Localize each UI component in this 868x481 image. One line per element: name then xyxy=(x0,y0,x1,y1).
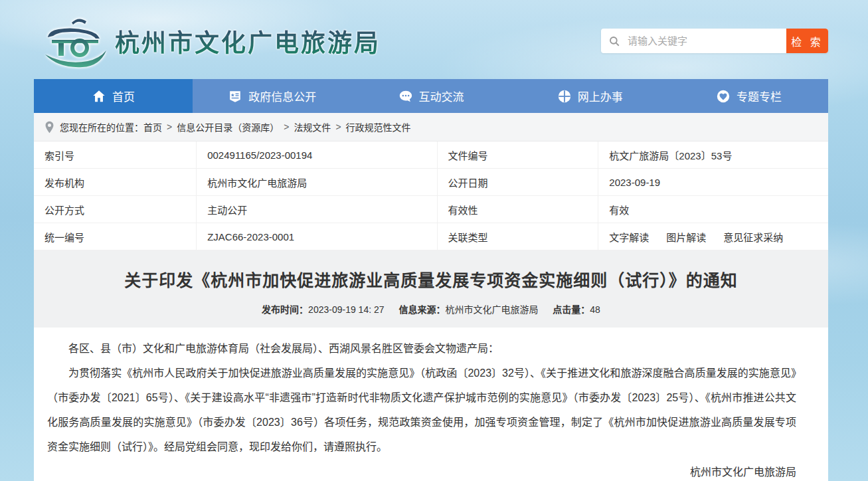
breadcrumb-separator: > xyxy=(167,122,172,132)
info-label-open-mode: 公开方式 xyxy=(34,196,197,223)
info-value-unified-no: ZJAC66-2023-0001 xyxy=(197,223,437,250)
link-text-interpretation[interactable]: 文字解读 xyxy=(609,230,649,244)
site-logo-icon xyxy=(38,15,112,68)
info-value-index-no: 002491165/2023-00194 xyxy=(197,142,437,168)
breadcrumb-prefix: 您现在所在的位置： xyxy=(60,120,143,134)
info-value-doc-no: 杭文广旅游局〔2023〕53号 xyxy=(598,142,828,168)
nav-item-label: 首页 xyxy=(112,88,135,104)
breadcrumb-item-catalog[interactable]: 信息公开目录（资源库） xyxy=(177,120,279,134)
info-label-publisher: 发布机构 xyxy=(34,169,197,195)
location-pin-icon xyxy=(44,121,54,134)
home-icon xyxy=(92,89,106,104)
info-value-publisher: 杭州市文化广电旅游局 xyxy=(197,169,437,195)
online-service-icon xyxy=(557,89,572,104)
signature-org: 杭州市文化广电旅游局 xyxy=(47,460,796,481)
article-paragraph-salutation: 各区、县（市）文化和广电旅游体育局（社会发展局）、西湖风景名胜区管委会文物遗产局… xyxy=(47,336,796,361)
publish-time: 发布时间：2023-09-19 14: 27 xyxy=(262,304,384,315)
table-row: 发布机构 杭州市文化广电旅游局 公开日期 2023-09-19 xyxy=(34,169,828,196)
info-label-validity: 有效性 xyxy=(438,196,599,223)
link-image-interpretation[interactable]: 图片解读 xyxy=(666,230,706,244)
nav-item-label: 政府信息公开 xyxy=(248,88,316,104)
search-box: 检 索 xyxy=(601,29,828,53)
search-button[interactable]: 检 索 xyxy=(786,29,828,53)
search-input[interactable] xyxy=(628,29,786,53)
article-meta: 发布时间：2023-09-19 14: 27 信息来源：杭州市文化广电旅游局 点… xyxy=(60,302,802,316)
brand[interactable]: 杭州市文化广电旅游局 xyxy=(38,15,381,68)
breadcrumb: 您现在所在的位置： 首页 > 信息公开目录（资源库） > 法规文件 > 行政规范… xyxy=(34,113,828,142)
table-row: 统一编号 ZJAC66-2023-0001 关联类型 文字解读 图片解读 意见征… xyxy=(34,223,828,250)
article-body: 各区、县（市）文化和广电旅游体育局（社会发展局）、西湖风景名胜区管委会文物遗产局… xyxy=(34,328,828,481)
info-label-index-no: 索引号 xyxy=(34,142,197,168)
site-title: 杭州市文化广电旅游局 xyxy=(115,23,381,59)
chat-icon xyxy=(398,89,413,104)
breadcrumb-item-regulations[interactable]: 法规文件 xyxy=(294,120,331,134)
search-icon xyxy=(601,29,628,53)
table-row: 索引号 002491165/2023-00194 文件编号 杭文广旅游局〔202… xyxy=(34,142,828,169)
gov-info-icon xyxy=(228,89,242,104)
article-paragraph-main: 为贯彻落实《杭州市人民政府关于加快促进旅游业高质量发展的实施意见》（杭政函〔20… xyxy=(47,361,796,459)
site-header: 杭州市文化广电旅游局 检 索 xyxy=(34,0,828,79)
info-source: 信息来源：杭州市文化广电旅游局 xyxy=(398,304,538,315)
info-label-related-type: 关联类型 xyxy=(438,223,599,250)
info-value-related-type: 文字解读 图片解读 意见征求采纳 xyxy=(598,223,828,250)
breadcrumb-separator: > xyxy=(284,122,289,132)
hit-count: 点击量：48 xyxy=(553,304,600,315)
nav-item-label: 互动交流 xyxy=(419,88,464,104)
page-title: 关于印发《杭州市加快促进旅游业高质量发展专项资金实施细则（试行）》的通知 xyxy=(60,267,802,291)
article-title-block: 关于印发《杭州市加快促进旅游业高质量发展专项资金实施细则（试行）》的通知 发布时… xyxy=(34,250,828,328)
nav-item-label: 网上办事 xyxy=(578,88,623,104)
info-label-doc-no: 文件编号 xyxy=(438,142,599,168)
nav-item-special-topics[interactable]: 专题专栏 xyxy=(669,79,828,113)
main-nav: 首页 政府信息公开 互动交流 xyxy=(34,79,828,113)
table-row: 公开方式 主动公开 有效性 有效 xyxy=(34,196,828,223)
info-value-open-mode: 主动公开 xyxy=(197,196,437,223)
doc-info-table: 索引号 002491165/2023-00194 文件编号 杭文广旅游局〔202… xyxy=(34,142,828,250)
nav-item-gov-info[interactable]: 政府信息公开 xyxy=(193,79,351,113)
special-topics-icon xyxy=(716,89,731,104)
link-opinion-adoption[interactable]: 意见征求采纳 xyxy=(723,230,783,244)
info-value-validity: 有效 xyxy=(598,196,828,223)
info-value-publish-date: 2023-09-19 xyxy=(598,169,828,195)
info-label-unified-no: 统一编号 xyxy=(34,223,197,250)
nav-item-online-service[interactable]: 网上办事 xyxy=(511,79,669,113)
breadcrumb-separator: > xyxy=(335,122,341,132)
nav-item-interaction[interactable]: 互动交流 xyxy=(351,79,510,113)
info-label-publish-date: 公开日期 xyxy=(438,169,599,195)
breadcrumb-item-normative-docs[interactable]: 行政规范性文件 xyxy=(346,120,411,134)
nav-item-home[interactable]: 首页 xyxy=(34,79,193,113)
nav-item-label: 专题专栏 xyxy=(737,88,782,104)
page-container: 杭州市文化广电旅游局 检 索 首页 xyxy=(34,0,828,481)
breadcrumb-item-home[interactable]: 首页 xyxy=(143,120,162,134)
